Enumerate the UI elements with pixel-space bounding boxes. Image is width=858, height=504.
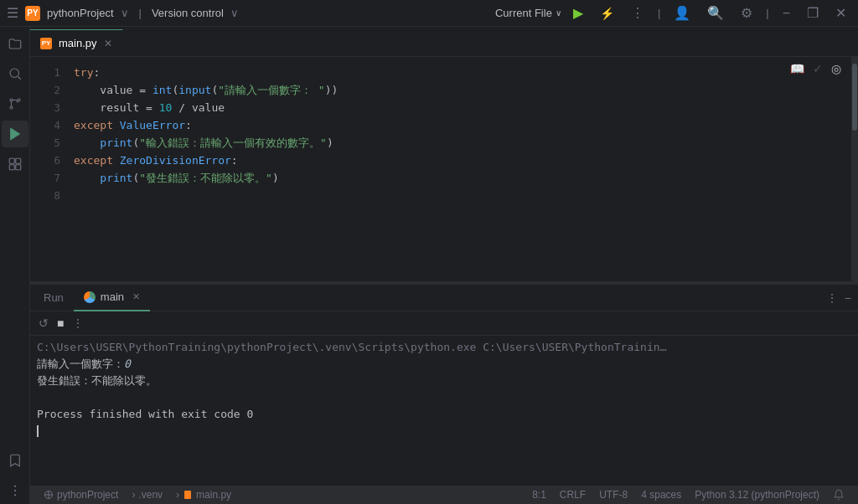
current-file-label: Current File	[495, 7, 552, 19]
tab-main-py[interactable]: PY main.py ✕	[30, 29, 123, 56]
main-layout: PY main.py ✕ 1 2 3 4 5 6 7 8 try: value …	[0, 27, 858, 504]
version-control[interactable]: Version control	[152, 7, 224, 19]
code-line-3: result = 10 / value	[74, 99, 851, 116]
tab-file-icon: PY	[40, 38, 52, 49]
run-button[interactable]: ▶	[568, 3, 588, 23]
line-numbers: 1 2 3 4 5 6 7 8	[30, 57, 67, 281]
run-tab-close[interactable]: ✕	[132, 291, 140, 302]
code-line-8	[74, 187, 851, 204]
editor-toolbar: 📖 ✓ ◎	[790, 62, 841, 75]
titlebar: ☰ PY pythonProject ∨ | Version control ∨…	[0, 0, 858, 27]
line-num-6: 6	[30, 152, 60, 169]
status-position[interactable]: 8:1	[525, 486, 553, 504]
run-toolbar: ↺ ■ ⋮	[30, 311, 858, 336]
app-icon: PY	[25, 6, 40, 21]
run-more-button[interactable]: ⋮	[70, 315, 85, 332]
sidebar-item-folder[interactable]	[2, 30, 28, 57]
line-num-7: 7	[30, 169, 60, 187]
code-line-6: except ZeroDivisionError:	[74, 152, 851, 169]
status-venv[interactable]: › .venv	[125, 486, 169, 504]
minimize-panel[interactable]: −	[845, 291, 851, 305]
scroll-thumb[interactable]	[852, 64, 857, 131]
profile-button[interactable]: 👤	[669, 3, 695, 23]
sidebar-item-more[interactable]	[2, 477, 28, 504]
vc-chevron[interactable]: ∨	[230, 7, 239, 19]
run-tab-main-label: main	[101, 291, 124, 303]
status-notifications[interactable]	[826, 486, 851, 504]
sidebar-item-run[interactable]	[2, 121, 28, 147]
editor-scrollbar[interactable]	[851, 57, 858, 281]
status-project-name: pythonProject	[57, 489, 118, 501]
output-line-4	[37, 389, 851, 406]
status-encoding-value: UTF-8	[599, 489, 628, 501]
status-venv-label: ›	[132, 489, 135, 501]
run-output[interactable]: C:\Users\USER\PythonTraining\pythonProje…	[30, 336, 858, 486]
title-actions: ▶ ⚡ ⋮ | 👤 🔍 ⚙ | − ❐ ✕	[568, 3, 851, 23]
status-indent-value: 4 spaces	[641, 489, 681, 501]
project-chevron[interactable]: ∨	[121, 7, 129, 19]
status-project[interactable]: pythonProject	[37, 486, 125, 504]
more-run-options[interactable]: ⋮	[826, 291, 838, 305]
output-line-5: Process finished with exit code 0	[37, 406, 851, 423]
sidebar-item-bookmark[interactable]	[2, 447, 28, 474]
svg-point-9	[13, 486, 15, 487]
current-file-selector[interactable]: Current File ∨	[495, 7, 561, 19]
tab-close-button[interactable]: ✕	[104, 38, 112, 49]
book-icon[interactable]: 📖	[790, 62, 804, 75]
menu-icon[interactable]: ☰	[7, 5, 18, 21]
status-crlf: CRLF	[560, 489, 586, 501]
debug-button[interactable]: ⚡	[595, 5, 619, 22]
svg-point-0	[10, 69, 19, 78]
code-editor[interactable]: try: value = int(input("請輸入一個數字： ")) res…	[67, 57, 851, 281]
status-python-value: Python 3.12 (pythonProject)	[695, 489, 819, 501]
maximize-button[interactable]: ❐	[802, 3, 824, 23]
search-button[interactable]: 🔍	[702, 3, 729, 23]
stop-button[interactable]: ■	[55, 315, 65, 332]
line-num-5: 5	[30, 134, 60, 152]
line-num-2: 2	[30, 81, 60, 99]
status-encoding[interactable]: UTF-8	[592, 486, 634, 504]
run-panel: Run main ✕ ⋮ − ↺ ■ ⋮	[30, 285, 858, 486]
editor-area: 1 2 3 4 5 6 7 8 try: value = int(input("…	[30, 57, 858, 281]
line-num-3: 3	[30, 99, 60, 116]
checkmark-icon[interactable]: ✓	[813, 62, 823, 75]
svg-point-11	[13, 494, 15, 496]
more-options-button[interactable]: ⋮	[626, 3, 649, 23]
current-file-chevron: ∨	[556, 8, 561, 18]
project-name[interactable]: pythonProject	[47, 7, 114, 19]
svg-point-1	[10, 99, 13, 101]
svg-point-10	[13, 490, 15, 491]
settings-button[interactable]: ⚙	[736, 3, 757, 23]
code-line-5: print("輸入錯誤：請輸入一個有效的數字。")	[74, 134, 851, 152]
activity-bar	[0, 27, 30, 504]
output-line-1: C:\Users\USER\PythonTraining\pythonProje…	[37, 339, 851, 356]
tab-filename: main.py	[59, 37, 97, 49]
run-tab-main[interactable]: main ✕	[74, 285, 150, 311]
status-python[interactable]: Python 3.12 (pythonProject)	[688, 486, 826, 504]
status-bar: pythonProject › .venv › main.py 8:1 CRLF…	[30, 486, 858, 504]
code-line-2: value = int(input("請輸入一個數字： "))	[74, 81, 851, 99]
sidebar-item-search[interactable]	[2, 60, 28, 87]
status-venv-path: .venv	[138, 489, 163, 501]
run-tab-bar: Run main ✕ ⋮ −	[30, 285, 858, 311]
output-path: C:\Users\USER\PythonTraining\pythonProje…	[37, 341, 666, 353]
output-line-2: 請輸入一個數字：0	[37, 356, 851, 373]
sidebar-item-plugins[interactable]	[2, 151, 28, 177]
status-indent[interactable]: 4 spaces	[634, 486, 688, 504]
svg-rect-5	[9, 158, 14, 163]
minimize-button[interactable]: −	[778, 4, 795, 23]
close-button[interactable]: ✕	[830, 3, 851, 23]
run-tab-run[interactable]: Run	[34, 285, 74, 311]
svg-point-3	[18, 99, 20, 101]
code-line-4: except ValueError:	[74, 116, 851, 134]
output-line-3: 發生錯誤：不能除以零。	[37, 373, 851, 389]
code-line-1: try:	[74, 64, 851, 81]
status-file[interactable]: › main.py	[169, 486, 238, 504]
status-line-ending[interactable]: CRLF	[553, 486, 592, 504]
rerun-button[interactable]: ↺	[37, 315, 50, 332]
sidebar-item-git[interactable]	[2, 90, 28, 117]
svg-point-2	[10, 106, 13, 109]
status-pos-value: 8:1	[532, 489, 546, 501]
copilot-icon[interactable]: ◎	[831, 62, 841, 75]
content-area: PY main.py ✕ 1 2 3 4 5 6 7 8 try: value …	[30, 27, 858, 504]
